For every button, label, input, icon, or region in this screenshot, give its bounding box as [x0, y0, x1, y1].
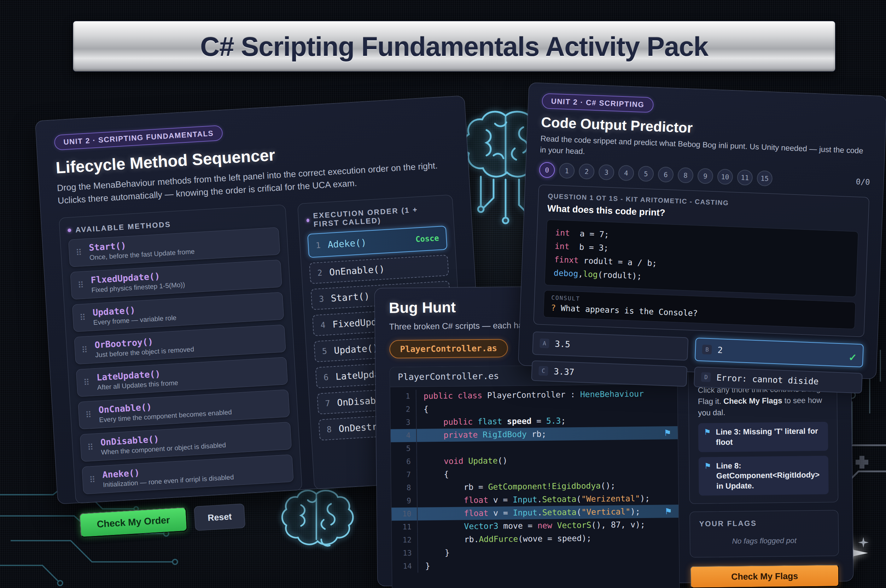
question-pill[interactable]: 5 — [638, 166, 654, 182]
code-token: flast — [478, 417, 502, 426]
question-pill[interactable]: 9 — [697, 168, 713, 184]
code-token: RigIdBody — [483, 429, 527, 439]
method-card[interactable]: ⠿FlxedUpdate()Fixed physics finestep 1-5… — [70, 260, 282, 299]
slot-number: 6 — [323, 372, 329, 382]
drag-handle-icon[interactable]: ⠿ — [79, 312, 86, 322]
drag-handle-icon[interactable]: ⠿ — [89, 475, 96, 485]
line-code: private RigIdBody rb; — [417, 428, 547, 442]
drag-handle-icon[interactable]: ⠿ — [81, 345, 88, 355]
code-token: new — [538, 521, 552, 530]
code-token: (wove = speed); — [518, 533, 592, 543]
execution-order-header: EXECUTION ORDER (1 + FIRST CALLED) — [306, 204, 446, 229]
code-token: float — [464, 495, 489, 505]
bug-code-line[interactable]: 14} — [392, 557, 679, 573]
code-token — [425, 508, 464, 518]
code-token — [463, 456, 468, 465]
code-token: AddFurce — [479, 534, 518, 544]
method-card[interactable]: ⠿Start()Once, before the fast Update fro… — [68, 227, 280, 267]
line-number: 7 — [391, 468, 417, 482]
code-token: ); — [631, 507, 640, 516]
drag-handle-icon[interactable]: ⠿ — [87, 442, 94, 452]
answer-option[interactable]: DError: cannot diside — [694, 366, 863, 393]
code-token: "Vertical" — [581, 507, 631, 516]
your-flags-title: YOUR FLAGS — [699, 518, 829, 528]
code-token: rb; — [527, 429, 547, 439]
line-code: } — [418, 546, 450, 560]
answer-option[interactable]: C3.37 — [531, 360, 687, 387]
code-token — [478, 430, 483, 439]
execution-slot[interactable]: 1Adeke()Cosce — [307, 225, 447, 258]
question-pill[interactable]: 4 — [618, 165, 634, 181]
check-my-flags-button[interactable]: Check My Flags — [690, 565, 839, 588]
line-number: 11 — [392, 520, 418, 534]
line-number: 2 — [390, 403, 416, 416]
line-number: 8 — [391, 481, 417, 495]
code-token: (rodult); — [598, 270, 642, 281]
execution-slot[interactable]: 2OnEnable() — [309, 254, 449, 284]
code-token: Input — [513, 508, 538, 518]
slot-number: 5 — [322, 346, 327, 356]
option-letter: C — [538, 366, 548, 376]
code-token: debog — [554, 268, 578, 279]
code-token: a = 7; — [570, 228, 610, 239]
question-pill[interactable]: 0 — [539, 162, 555, 178]
available-methods-box: AVAILABLE METHODS ⠿Start()Once, before t… — [59, 204, 302, 504]
answer-option[interactable]: A3.5 — [532, 332, 689, 361]
question-pill[interactable]: 1 — [559, 162, 575, 179]
line-number: 13 — [392, 547, 418, 560]
code-token: int — [555, 228, 570, 238]
answer-option[interactable]: B2✓ — [695, 338, 864, 367]
code-token: ); — [640, 494, 650, 503]
hint-text: Line 8: GetComponent<RigitIdody> in Upda… — [716, 460, 823, 491]
code-token: } — [425, 548, 450, 558]
method-card[interactable]: ⠿OrBootroy()Just before the object is re… — [74, 324, 286, 364]
page-title: C# Scripting Fundamentals Activity Pack — [200, 31, 708, 62]
file-tab-chip[interactable]: PlayerController.as — [389, 339, 508, 358]
code-token: GetComponent!Eigidbodya — [488, 481, 601, 491]
drag-handle-icon[interactable]: ⠿ — [75, 248, 82, 258]
question-pill[interactable]: 3 — [598, 164, 614, 180]
reset-button[interactable]: Reset — [194, 503, 245, 530]
question-pill[interactable]: 8 — [677, 167, 694, 183]
method-card[interactable]: ⠿Aneke()Initialization — rone even if or… — [82, 454, 294, 494]
line-number: 9 — [391, 494, 417, 508]
code-token: Input — [513, 495, 538, 504]
question-pill[interactable]: 11 — [737, 169, 753, 186]
question-pill[interactable]: 15 — [757, 170, 773, 187]
code-token: Setoata — [542, 507, 577, 517]
method-card[interactable]: ⠿OnDisable()When the component or object… — [80, 422, 292, 462]
question-pill[interactable]: 10 — [717, 168, 733, 185]
hint-text: Line 3: Missing 'T' literal for floot — [716, 426, 823, 447]
option-text: 3.37 — [554, 366, 575, 377]
no-flags-message: No fags flogged pot — [699, 536, 829, 546]
hint-item: ⚑Line 8: GetComponent<RigitIdody> in Upd… — [698, 456, 829, 496]
pills: 012345689101115 — [539, 162, 772, 186]
code-token: v = — [488, 495, 513, 505]
code-token: { — [424, 470, 449, 479]
code-token: void — [444, 456, 464, 466]
code-token: Update — [468, 456, 497, 465]
check-my-order-button[interactable]: Check My Order — [79, 507, 188, 537]
option-text: 3.5 — [555, 339, 570, 350]
code-token: ( — [576, 494, 581, 504]
code-token — [502, 417, 507, 426]
question-pill[interactable]: 6 — [658, 166, 674, 183]
slot-label: Update() — [334, 342, 378, 356]
slot-number: 2 — [317, 268, 323, 278]
slot-label: Adeke() — [327, 237, 366, 250]
code-token: Vector3 — [464, 521, 498, 531]
check-icon: ✓ — [848, 352, 857, 364]
code-token: v = — [488, 508, 513, 518]
drag-handle-icon[interactable]: ⠿ — [83, 377, 90, 388]
method-card[interactable]: ⠿OnCnable()Every time the component beco… — [78, 389, 290, 429]
drag-handle-icon[interactable]: ⠿ — [85, 410, 92, 420]
line-number: 12 — [392, 534, 418, 547]
progress-counter: 0/0 — [856, 177, 870, 187]
line-code: { — [416, 402, 428, 416]
method-card[interactable]: ⠿LateUpdate()After all Updates this from… — [76, 357, 288, 397]
method-card[interactable]: ⠿Update()Every frome — variable role — [72, 292, 284, 332]
code-token: () — [497, 456, 508, 465]
drag-handle-icon[interactable]: ⠿ — [77, 280, 84, 290]
question-pill[interactable]: 2 — [578, 163, 595, 180]
line-number: 6 — [391, 455, 417, 469]
